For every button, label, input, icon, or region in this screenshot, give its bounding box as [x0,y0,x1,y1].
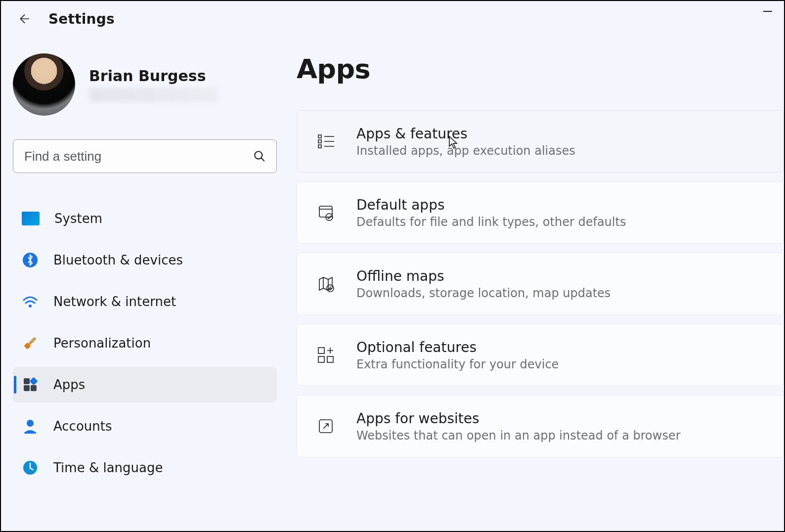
svg-rect-12 [318,140,321,143]
titlebar: Settings [1,1,784,34]
user-avatar [13,53,75,116]
card-subtitle: Websites that can open in an app instead… [356,429,681,443]
card-subtitle: Downloads, storage location, map updates [356,286,611,300]
svg-rect-5 [24,378,30,384]
nav-label: Accounts [53,419,112,434]
apps-icon [22,376,39,393]
grid-plus-icon [315,344,337,366]
nav-item-system[interactable]: System [13,201,277,236]
card-default-apps[interactable]: Default apps Defaults for file and link … [297,181,784,244]
card-offline-maps[interactable]: Offline maps Downloads, storage location… [297,253,784,315]
nav-item-apps[interactable]: Apps [13,367,277,402]
card-apps-for-websites[interactable]: Apps for websites Websites that can open… [297,395,784,457]
svg-rect-3 [28,337,37,345]
card-title: Apps for websites [356,410,681,427]
user-email-redacted [89,88,218,102]
card-subtitle: Installed apps, app execution aliases [356,144,575,158]
svg-rect-17 [318,348,324,354]
svg-point-2 [29,305,32,308]
svg-rect-13 [318,145,321,148]
nav-item-personalization[interactable]: Personalization [13,325,277,361]
card-optional-features[interactable]: Optional features Extra functionality fo… [297,324,784,386]
default-apps-icon [315,202,337,223]
nav-label: Apps [53,377,85,392]
nav-label: Bluetooth & devices [53,253,183,267]
page-title: Apps [297,53,784,85]
back-arrow-icon [17,12,30,25]
user-name: Brian Burgess [89,67,218,85]
card-list: Apps & features Installed apps, app exec… [297,110,784,457]
system-icon [22,212,40,225]
nav-label: Network & internet [53,294,176,309]
open-external-icon [315,415,337,437]
svg-rect-7 [24,385,30,391]
svg-point-9 [27,420,34,427]
svg-rect-11 [318,135,321,138]
window-title: Settings [48,11,115,27]
list-icon [315,131,337,152]
nav-label: System [54,211,102,226]
card-subtitle: Extra functionality for your device [356,357,559,371]
map-icon [315,273,337,295]
card-title: Optional features [356,339,559,355]
nav-list: System Bluetooth & devices Network & int… [13,201,277,486]
back-button[interactable] [13,8,35,30]
search-input[interactable] [13,139,277,173]
paintbrush-icon [18,331,42,355]
svg-rect-8 [31,385,37,391]
nav-item-network[interactable]: Network & internet [13,284,277,319]
svg-rect-18 [318,356,324,362]
card-subtitle: Defaults for file and link types, other … [356,215,626,229]
svg-rect-6 [30,377,38,386]
user-account-row[interactable]: Brian Burgess [13,53,277,116]
person-icon [22,418,39,435]
card-title: Apps & features [356,126,575,142]
clock-globe-icon [22,459,39,476]
nav-label: Personalization [53,336,151,351]
minimize-button[interactable] [756,4,779,19]
wifi-icon [22,293,39,310]
search-field-wrap [13,139,277,173]
sidebar: Brian Burgess System [1,34,297,486]
search-icon [253,150,266,163]
nav-label: Time & language [53,460,163,475]
nav-item-accounts[interactable]: Accounts [13,408,277,444]
svg-rect-19 [327,356,333,362]
main-content: Apps Apps & features Installed apps, app… [297,34,784,486]
svg-point-0 [255,151,262,159]
nav-item-time-language[interactable]: Time & language [13,450,277,486]
card-title: Offline maps [356,268,611,284]
bluetooth-icon [22,252,39,268]
nav-item-bluetooth[interactable]: Bluetooth & devices [13,242,277,278]
card-apps-features[interactable]: Apps & features Installed apps, app exec… [297,110,784,173]
card-title: Default apps [356,197,626,213]
settings-window: Settings Brian Burgess System [0,0,785,532]
